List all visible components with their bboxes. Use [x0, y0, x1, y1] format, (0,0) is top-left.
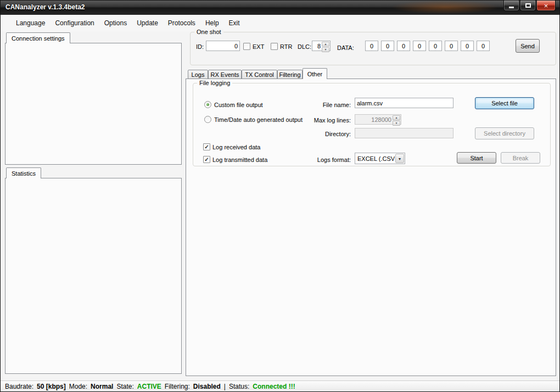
status-baudrate-label: Baudrate: — [5, 383, 33, 390]
logs-format-label: Logs format: — [301, 156, 351, 163]
auto-output-radio[interactable] — [204, 116, 211, 123]
minimize-icon — [509, 7, 514, 8]
send-button[interactable]: Send — [516, 39, 540, 53]
status-separator: | — [224, 383, 226, 390]
ext-label: EXT — [253, 43, 264, 50]
file-name-label: File name: — [301, 102, 351, 108]
data-byte-input[interactable] — [413, 41, 426, 51]
check-icon: ✓ — [204, 144, 210, 150]
id-label: ID: — [196, 43, 204, 50]
maximize-icon — [525, 3, 531, 8]
tab-tx-control[interactable]: TX Control — [242, 70, 277, 79]
rtr-label: RTR — [280, 43, 292, 50]
window-controls: × — [503, 1, 556, 11]
tab-statistics[interactable]: Statistics — [6, 167, 41, 178]
log-received-checkbox[interactable]: ✓ — [203, 143, 210, 150]
data-byte-input[interactable] — [429, 41, 442, 51]
file-name-input[interactable] — [355, 98, 453, 108]
data-byte-input[interactable] — [461, 41, 474, 51]
max-log-lines-spinner: 128000 ▲ ▼ — [355, 114, 401, 125]
spin-down-icon: ▼ — [393, 121, 400, 126]
dlc-value: 8 — [314, 43, 321, 49]
menu-item-exit[interactable]: Exit — [224, 17, 245, 29]
status-status-value: Connected !!! — [253, 383, 295, 390]
close-icon: × — [544, 2, 548, 9]
start-button[interactable]: Start — [457, 152, 496, 164]
data-byte-input[interactable] — [365, 41, 378, 51]
logs-format-select[interactable]: EXCEL (.CSV) ▼ — [355, 153, 405, 164]
data-byte-input[interactable] — [477, 41, 490, 51]
status-baudrate-value: 50 [kbps] — [37, 383, 66, 390]
status-filtering-value: Disabled — [193, 383, 221, 390]
dlc-spinner[interactable]: 8 ▲ ▼ — [312, 41, 331, 51]
max-log-lines-label: Max log lines: — [301, 117, 351, 124]
menu-item-options[interactable]: Options — [99, 17, 132, 29]
select-directory-button: Select directory — [475, 127, 534, 139]
directory-label: Directory: — [301, 131, 351, 137]
status-state-label: State: — [116, 383, 133, 390]
tab-other[interactable]: Other — [303, 68, 327, 79]
status-status-label: Status: — [229, 383, 249, 390]
menu-item-protocols[interactable]: Protocols — [163, 17, 200, 29]
menu-item-help[interactable]: Help — [200, 17, 224, 29]
max-log-lines-value: 128000 — [357, 116, 391, 123]
tab-filtering[interactable]: Filtering — [277, 70, 303, 79]
logs-format-value: EXCEL (.CSV) — [357, 155, 395, 162]
log-transmitted-checkbox[interactable]: ✓ — [203, 156, 210, 163]
custom-output-label: Custom file output — [214, 102, 263, 108]
break-button: Break — [501, 152, 540, 164]
data-byte-input[interactable] — [397, 41, 410, 51]
menu-item-update[interactable]: Update — [132, 17, 163, 29]
directory-input — [355, 128, 453, 138]
log-transmitted-label: Log transmitted data — [212, 156, 267, 163]
statistics-panel — [5, 178, 182, 374]
window-title: CANanalyzer v.1.3.4beta2 — [5, 3, 85, 11]
data-label: DATA: — [337, 44, 354, 51]
spin-up-icon[interactable]: ▲ — [322, 42, 329, 47]
menu-item-configuration[interactable]: Configuration — [50, 17, 99, 29]
tab-rx-events[interactable]: RX Events — [208, 70, 242, 79]
menu-item-language[interactable]: Language — [11, 17, 50, 29]
titlebar: CANanalyzer v.1.3.4beta2 × — [1, 1, 559, 15]
status-bar: Baudrate: 50 [kbps] Mode: Normal State: … — [1, 380, 559, 392]
file-logging-label: File logging — [197, 80, 232, 86]
select-file-button[interactable]: Select file — [475, 97, 534, 109]
log-received-label: Log received data — [212, 144, 260, 150]
auto-output-label: Time/Date auto generated output — [214, 116, 303, 123]
connection-panel — [5, 43, 182, 165]
status-filtering-label: Filtering: — [165, 383, 190, 390]
minimize-button[interactable] — [503, 1, 519, 11]
maximize-button[interactable] — [520, 1, 536, 11]
one-shot-label: One shot — [194, 29, 223, 35]
ext-checkbox[interactable] — [243, 43, 250, 50]
custom-output-radio[interactable] — [204, 101, 211, 108]
status-mode-value: Normal — [91, 383, 113, 390]
data-byte-input[interactable] — [445, 41, 458, 51]
status-mode-label: Mode: — [69, 383, 87, 390]
tab-logs[interactable]: Logs — [188, 70, 208, 79]
menubar: Language Configuration Options Update Pr… — [1, 15, 559, 31]
rtr-checkbox[interactable] — [271, 43, 278, 50]
check-icon: ✓ — [204, 156, 210, 163]
spin-down-icon[interactable]: ▼ — [322, 47, 329, 52]
status-state-value: ACTIVE — [137, 383, 161, 390]
app-window: CANanalyzer v.1.3.4beta2 × Language Conf… — [0, 0, 560, 392]
close-button[interactable]: × — [536, 1, 556, 11]
chevron-down-icon: ▼ — [395, 154, 404, 163]
spin-up-icon: ▲ — [393, 115, 400, 120]
dlc-label: DLC: — [298, 43, 311, 50]
tab-connection-settings[interactable]: Connection settings — [6, 32, 70, 43]
data-byte-input[interactable] — [381, 41, 394, 51]
id-input[interactable] — [206, 41, 240, 51]
